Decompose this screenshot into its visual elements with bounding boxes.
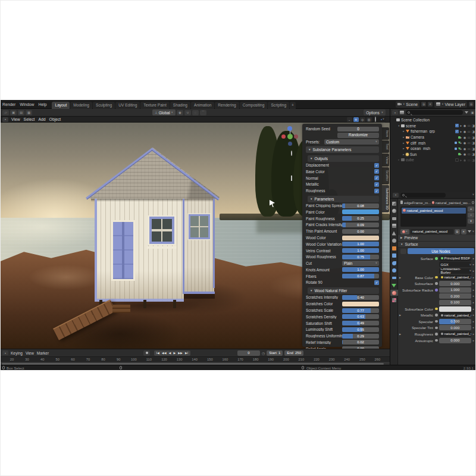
sidebar-tab-scatter[interactable]: Scatter <box>382 167 389 184</box>
pin-icon[interactable] <box>472 201 474 204</box>
param-slider[interactable]: 0.02 <box>342 340 379 345</box>
selectable-icon[interactable]: ▸ <box>461 147 462 151</box>
hide-eye-icon[interactable]: ◉ <box>464 141 466 145</box>
property-field[interactable]: natural_painted_wood_4 <box>439 275 472 280</box>
display-mode-icon[interactable] <box>400 111 404 114</box>
axis-x-negative[interactable] <box>294 134 298 139</box>
expand-icon[interactable]: ▸ <box>397 158 401 161</box>
checkbox[interactable]: ✓ <box>374 176 379 180</box>
randomize-button[interactable]: Randomize <box>337 133 379 138</box>
expand-icon[interactable]: ▸ <box>402 136 406 139</box>
properties-tab-particles[interactable] <box>390 260 398 266</box>
menu-window[interactable]: Window <box>20 102 34 107</box>
axis-y[interactable] <box>287 134 293 139</box>
current-frame-field[interactable]: 0 <box>237 350 260 356</box>
filter-icon[interactable] <box>465 111 468 114</box>
collection-checkbox[interactable]: ✓ <box>455 130 459 133</box>
disable-viewport-icon[interactable]: ▭ <box>468 158 471 162</box>
toggle-xray-icon[interactable]: ▥ <box>367 117 372 122</box>
keyframe-dot[interactable]: ● <box>472 263 475 266</box>
timeline-ruler[interactable]: 2030405060708090100110120130140150160170… <box>1 356 390 361</box>
param-slider[interactable]: 0.40 <box>342 295 379 300</box>
editor-type-dropdown[interactable]: ▾ <box>393 193 399 198</box>
filter-icon[interactable] <box>468 230 471 233</box>
transform-orientation-dropdown[interactable]: ⊥ Global ∨ <box>152 109 176 115</box>
selectable-icon[interactable]: ▸ <box>461 152 462 156</box>
properties-tab-output[interactable] <box>390 215 398 221</box>
color-swatch[interactable] <box>342 236 379 240</box>
hide-eye-icon[interactable]: ◉ <box>464 147 466 151</box>
random-seed-field[interactable]: 0 <box>337 127 379 132</box>
tool-option-icon-2[interactable]: ▤ <box>18 110 24 115</box>
viewport-canvas[interactable]: Random Seed 0 Randomize Presets: Custom … <box>1 123 390 349</box>
keyframe-dot[interactable]: ● <box>472 308 475 311</box>
param-dropdown[interactable]: Plain∨ <box>342 261 379 265</box>
outliner-row-cube[interactable]: ▸cube▸◉▭◨ <box>390 157 476 163</box>
navigation-gizmo[interactable] <box>281 126 298 146</box>
browse-material-dropdown[interactable]: ∨ <box>400 229 409 234</box>
properties-search-input[interactable] <box>400 193 446 198</box>
keyframe-dot[interactable]: ● <box>472 326 475 329</box>
breadcrumb-object[interactable]: edgeFrame_m... <box>404 201 431 205</box>
param-slider[interactable]: 1.00 <box>342 267 379 272</box>
object-type-visibility-icon[interactable]: ⌄ <box>347 117 352 122</box>
chevron-down-icon[interactable]: ∨ <box>472 193 474 196</box>
show-gizmo-icon[interactable]: ✛ <box>353 117 359 122</box>
keyframe-dot[interactable]: ● <box>472 282 475 285</box>
unlink-material-button[interactable]: ✕ <box>461 229 466 234</box>
viewport-menu-view[interactable]: View <box>11 117 20 121</box>
selectable-icon[interactable]: ▸ <box>461 158 462 162</box>
sidebar-tab-item[interactable]: Item <box>382 127 389 140</box>
falloff-icon[interactable]: ⌒ <box>200 110 206 115</box>
section-wood-natural-filter[interactable]: ▼ Wood Natural Filter <box>308 287 379 294</box>
color-swatch[interactable] <box>439 306 472 312</box>
param-slider[interactable]: 0.08 <box>342 203 379 208</box>
keyframe-dot[interactable]: ● <box>472 320 475 323</box>
section-parameters[interactable]: ▼ Parameters <box>308 196 379 202</box>
surface-panel-header[interactable]: ▼ Surface <box>398 242 476 248</box>
workspace-tab-scripting[interactable]: Scripting <box>268 102 289 109</box>
snap-magnet-icon[interactable]: ∪ <box>184 110 191 115</box>
properties-tab-material[interactable] <box>390 290 398 296</box>
hide-eye-icon[interactable]: ◉ <box>464 152 466 156</box>
auto-keying-button[interactable] <box>143 350 150 356</box>
editor-type-dropdown[interactable]: ▾ <box>392 110 398 115</box>
property-field[interactable]: natural_painted_wood_4 <box>439 312 472 318</box>
camera-view-icon[interactable] <box>291 168 296 173</box>
axis-z[interactable] <box>287 126 292 131</box>
properties-tab-physics[interactable] <box>390 268 398 274</box>
workspace-tab-shading[interactable]: Shading <box>170 102 190 109</box>
timeline-menu-keying[interactable]: Keying <box>11 351 23 355</box>
shading-material-icon[interactable] <box>379 119 380 120</box>
disable-viewport-icon[interactable]: ▭ <box>468 141 471 145</box>
jump-to-start-button[interactable]: Ⅰ◀ <box>155 352 160 355</box>
remove-slot-button[interactable]: − <box>468 212 474 218</box>
property-value-field[interactable]: 1.000 <box>439 287 472 293</box>
keyframe-dot[interactable]: ● <box>472 333 475 336</box>
collection-checkbox[interactable]: ✓ <box>455 124 459 127</box>
unlink-scene-button[interactable]: ✕ <box>428 102 433 107</box>
proportional-editing-icon[interactable]: ◌ <box>192 110 199 115</box>
workspace-tab-rendering[interactable]: Rendering <box>215 102 239 109</box>
disable-viewport-icon[interactable]: ▭ <box>468 124 471 127</box>
material-name-field[interactable]: natural_painted_wood <box>411 229 453 234</box>
property-dropdown[interactable]: GGX∨ <box>439 262 472 267</box>
disable-render-icon[interactable]: ◨ <box>472 124 475 127</box>
pivot-point-icon[interactable]: ◉ <box>177 110 183 115</box>
workspace-tab-modeling[interactable]: Modeling <box>70 102 92 109</box>
outliner-row-cliff-msh[interactable]: ▸cliff_msh▸◉▭◨ <box>390 140 476 146</box>
outliner-row-fisherman-grp[interactable]: ▸fisherman_grp✓▸◉▭◨ <box>390 129 476 134</box>
viewport-menu-object[interactable]: Object <box>49 117 61 121</box>
disable-viewport-icon[interactable]: ▭ <box>468 152 471 156</box>
checkbox[interactable]: ✓ <box>374 280 379 285</box>
workspace-tab-animation[interactable]: Animation <box>191 102 214 109</box>
expand-icon[interactable]: ▾ <box>397 124 401 127</box>
property-value-field[interactable]: 0.000 <box>439 281 472 286</box>
keyframe-dot[interactable]: ● <box>472 289 475 292</box>
disable-viewport-icon[interactable]: ▭ <box>468 147 471 151</box>
show-overlays-icon[interactable]: ◎ <box>360 117 365 122</box>
axis-x[interactable] <box>281 134 286 139</box>
hide-eye-icon[interactable]: ◉ <box>464 124 466 127</box>
keyframe-dot[interactable]: ● <box>472 295 475 298</box>
properties-tab-object-data[interactable] <box>390 283 398 289</box>
